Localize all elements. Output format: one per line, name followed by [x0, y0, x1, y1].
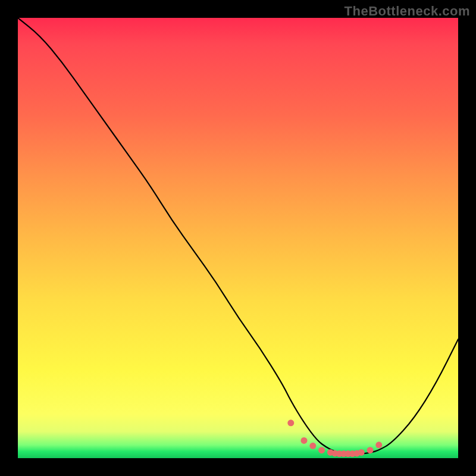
trough-dot: [287, 419, 294, 426]
trough-dot: [367, 447, 374, 453]
chart-frame: TheBottleneck.com: [0, 0, 476, 476]
trough-dot: [375, 441, 382, 448]
plot-area: [18, 18, 458, 458]
trough-dot: [318, 447, 325, 453]
trough-dot: [309, 443, 316, 449]
bottleneck-curve: [18, 18, 458, 454]
trough-dots: [287, 419, 382, 457]
trough-dot: [358, 449, 365, 456]
watermark-text: TheBottleneck.com: [345, 4, 470, 19]
trough-dot: [301, 437, 308, 444]
curve-svg: [18, 18, 458, 458]
